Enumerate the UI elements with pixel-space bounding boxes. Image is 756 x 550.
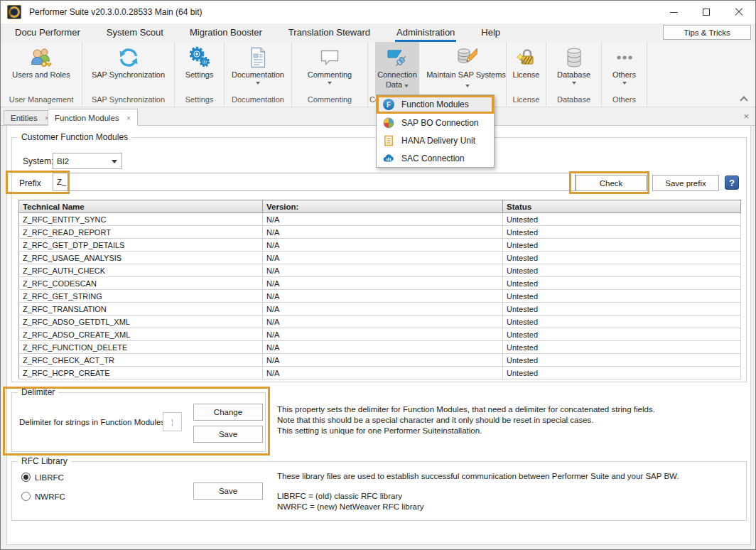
- table-row[interactable]: Z_RFC_AUTH_CHECK N/A Untested: [19, 264, 741, 277]
- cell-technical-name[interactable]: Z_RFC_CODESCAN: [19, 277, 263, 290]
- cell-version[interactable]: N/A: [263, 341, 503, 354]
- cell-version[interactable]: N/A: [263, 264, 503, 277]
- delimiter-change-button[interactable]: Change: [193, 404, 263, 421]
- ribbon-group-sap-synchronization: SAP Synchronization SAP Synchronization: [82, 42, 175, 107]
- cell-version[interactable]: N/A: [263, 367, 503, 379]
- documentation-button[interactable]: Documentation: [227, 42, 289, 95]
- close-button[interactable]: [723, 1, 755, 23]
- cell-status[interactable]: Untested: [503, 239, 741, 252]
- table-row[interactable]: Z_RFC_GET_DTP_DETAILS N/A Untested: [19, 239, 741, 252]
- users-and-roles-button[interactable]: Users and Roles: [7, 42, 75, 95]
- cell-technical-name[interactable]: Z_RFC_CHECK_ACT_TR: [19, 354, 263, 367]
- database-button[interactable]: Database: [550, 42, 598, 95]
- cell-technical-name[interactable]: Z_RFC_READ_REPORT: [19, 226, 263, 239]
- delimiter-save-button[interactable]: Save: [193, 426, 263, 443]
- table-row[interactable]: Z_RFC_GET_STRING N/A Untested: [19, 290, 741, 303]
- cell-version[interactable]: N/A: [263, 316, 503, 328]
- cell-technical-name[interactable]: Z_RFC_FUNCTION_DELETE: [19, 341, 263, 354]
- column-status[interactable]: Status: [503, 200, 741, 213]
- ribbon-group-documentation: Documentation Documentation: [225, 42, 292, 107]
- table-row[interactable]: Z_RFC_ADSO_CREATE_XML N/A Untested: [19, 328, 741, 341]
- cell-version[interactable]: N/A: [263, 239, 503, 252]
- cell-version[interactable]: N/A: [263, 277, 503, 290]
- cell-version[interactable]: N/A: [263, 290, 503, 303]
- column-technical-name[interactable]: Technical Name: [19, 200, 263, 213]
- menu-tab-system-scout[interactable]: System Scout: [105, 23, 165, 42]
- cell-status[interactable]: Untested: [503, 264, 741, 277]
- cell-status[interactable]: Untested: [503, 367, 741, 379]
- radio-librfc[interactable]: LIBRFC: [21, 473, 64, 482]
- menu-tab-docu-performer[interactable]: Docu Performer: [14, 23, 82, 42]
- cell-technical-name[interactable]: Z_RFC_AUTH_CHECK: [19, 264, 263, 277]
- menu-tab-translation-steward[interactable]: Translation Steward: [287, 23, 372, 42]
- table-row[interactable]: Z_RFC_USAGE_ANALYSIS N/A Untested: [19, 252, 741, 264]
- cell-technical-name[interactable]: Z_RFC_GET_DTP_DETAILS: [19, 239, 263, 252]
- cell-technical-name[interactable]: Z_RFC_ENTITY_SYNC: [19, 213, 263, 226]
- menu-tab-migration-booster[interactable]: Migration Booster: [188, 23, 264, 42]
- cell-status[interactable]: Untested: [503, 303, 741, 316]
- delimiter-label: Delimiter for strings in Function Module…: [19, 418, 165, 426]
- tab-close-icon[interactable]: ×: [126, 114, 131, 122]
- cell-status[interactable]: Untested: [503, 213, 741, 226]
- check-button[interactable]: Check: [576, 175, 647, 191]
- rfc-save-button[interactable]: Save: [193, 482, 263, 500]
- maintain-sap-systems-button[interactable]: Maintain SAP Systems: [426, 42, 506, 95]
- table-row[interactable]: Z_RFC_TRANSLATION N/A Untested: [19, 303, 741, 316]
- menu-item-hana-delivery-unit[interactable]: HANA Delivery Unit: [377, 131, 494, 149]
- table-row[interactable]: Z_RFC_FUNCTION_DELETE N/A Untested: [19, 341, 741, 354]
- strip-close-icon[interactable]: ×: [743, 112, 749, 121]
- cell-status[interactable]: Untested: [503, 290, 741, 303]
- sap-synchronization-button[interactable]: SAP Synchronization: [85, 42, 172, 95]
- radio-nwrfc[interactable]: NWRFC: [21, 492, 65, 501]
- table-row[interactable]: Z_RFC_ENTITY_SYNC N/A Untested: [19, 213, 741, 226]
- others-button[interactable]: Others: [605, 42, 644, 95]
- cell-technical-name[interactable]: Z_RFC_TRANSLATION: [19, 303, 263, 316]
- license-button[interactable]: License: [508, 42, 545, 95]
- save-prefix-button[interactable]: Save prefix: [652, 175, 719, 191]
- cell-version[interactable]: N/A: [263, 328, 503, 341]
- cell-version[interactable]: N/A: [263, 354, 503, 367]
- cell-technical-name[interactable]: Z_RFC_ADSO_GETDTL_XML: [19, 316, 263, 328]
- cell-technical-name[interactable]: Z_RFC_ADSO_CREATE_XML: [19, 328, 263, 341]
- settings-button[interactable]: Settings: [178, 42, 222, 95]
- cell-status[interactable]: Untested: [503, 226, 741, 239]
- cell-status[interactable]: Untested: [503, 277, 741, 290]
- maximize-button[interactable]: [690, 1, 723, 23]
- table-row[interactable]: Z_RFC_CODESCAN N/A Untested: [19, 277, 741, 290]
- help-icon[interactable]: ?: [725, 176, 739, 190]
- menu-tab-administration[interactable]: Administration: [395, 23, 456, 42]
- cell-version[interactable]: N/A: [263, 226, 503, 239]
- menu-item-function-modules[interactable]: F Function Modules: [377, 95, 494, 114]
- app-window: Performer Suite v20.3.0.0.28533 Main (64…: [0, 0, 756, 550]
- table-row[interactable]: Z_RFC_ADSO_GETDTL_XML N/A Untested: [19, 316, 741, 328]
- cell-status[interactable]: Untested: [503, 341, 741, 354]
- table-row[interactable]: Z_RFC_READ_REPORT N/A Untested: [19, 226, 741, 239]
- menu-tab-help[interactable]: Help: [480, 23, 502, 42]
- ribbon-group-commenting: Commenting Commenting: [292, 42, 368, 107]
- cell-technical-name[interactable]: Z_RFC_USAGE_ANALYSIS: [19, 252, 263, 264]
- ribbon-group-user-management: Users and Roles User Management: [1, 42, 82, 107]
- table-row[interactable]: Z_RFC_CHECK_ACT_TR N/A Untested: [19, 354, 741, 367]
- cell-status[interactable]: Untested: [503, 316, 741, 328]
- minimize-button[interactable]: [657, 1, 690, 23]
- system-select[interactable]: BI2: [53, 153, 122, 169]
- ribbon-group-settings: Settings Settings: [175, 42, 225, 107]
- prefix-input[interactable]: Z_: [53, 173, 576, 191]
- menu-item-sap-bo-connection[interactable]: SAP BO Connection: [377, 114, 494, 131]
- cell-version[interactable]: N/A: [263, 303, 503, 316]
- cell-technical-name[interactable]: Z_RFC_GET_STRING: [19, 290, 263, 303]
- cell-status[interactable]: Untested: [503, 252, 741, 264]
- column-version[interactable]: Version:: [263, 200, 503, 213]
- cell-version[interactable]: N/A: [263, 252, 503, 264]
- ribbon-group-label: Settings: [175, 95, 224, 107]
- menu-item-sac-connection[interactable]: SAC Connection: [377, 149, 494, 167]
- cell-version[interactable]: N/A: [263, 213, 503, 226]
- cell-status[interactable]: Untested: [503, 328, 741, 341]
- tips-and-tricks-button[interactable]: Tips & Tricks: [663, 25, 751, 40]
- commenting-button[interactable]: Commenting: [298, 42, 361, 95]
- tab-function-modules[interactable]: Function Modules ×: [48, 109, 138, 126]
- connection-data-button[interactable]: Connection Data: [375, 42, 419, 95]
- cell-technical-name[interactable]: Z_RFC_HCPR_CREATE: [19, 367, 263, 379]
- cell-status[interactable]: Untested: [503, 354, 741, 367]
- table-row[interactable]: Z_RFC_HCPR_CREATE N/A Untested: [19, 367, 741, 379]
